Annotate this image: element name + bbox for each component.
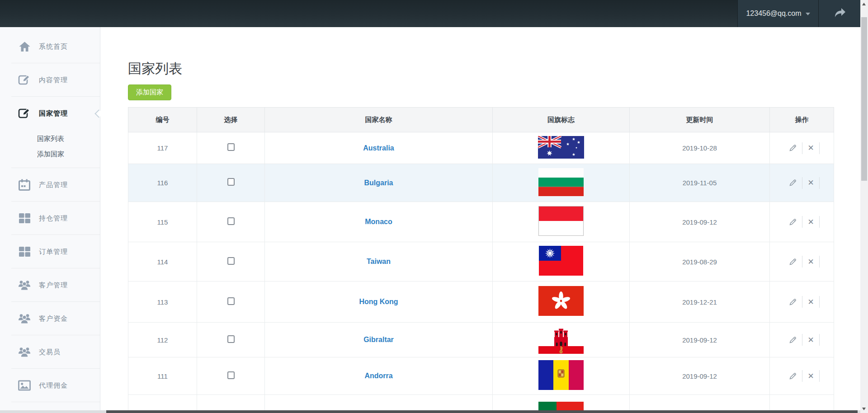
users-icon — [18, 346, 31, 358]
users-icon — [18, 279, 31, 291]
edit-pencil-icon[interactable] — [784, 216, 802, 228]
row-checkbox[interactable] — [227, 178, 235, 186]
table-header-row: 编号选择国家名称国旗标志更新时间操作 — [128, 108, 834, 132]
update-date: 2019-11-05 — [630, 164, 770, 202]
update-date: 2019-10-28 — [630, 132, 770, 164]
sidebar-item-3[interactable]: 国家管理 — [0, 97, 100, 130]
sidebar-item-label: 产品管理 — [39, 181, 68, 189]
hong-kong-flag — [538, 286, 584, 316]
update-date: 2019-12-21 — [630, 282, 770, 323]
grid-icon — [18, 245, 31, 258]
submenu-item[interactable]: 添加国家 — [0, 146, 100, 162]
sidebar-item-4[interactable]: 产品管理 — [0, 168, 100, 202]
country-id: 112 — [128, 323, 197, 357]
delete-x-icon[interactable]: ✕ — [802, 256, 819, 268]
sidebar-item-label: 持仓管理 — [39, 214, 68, 223]
update-date: 2019-08-29 — [630, 242, 770, 282]
sidebar-item-10[interactable]: 代理佣金 — [0, 369, 100, 402]
sidebar-item-1[interactable]: 系统首页 — [0, 30, 100, 63]
delete-x-icon[interactable]: ✕ — [802, 296, 819, 308]
logout-button[interactable] — [818, 0, 860, 27]
user-menu[interactable]: 123456@qq.com — [737, 0, 818, 27]
update-date: 2019-09-12 — [630, 357, 770, 395]
row-checkbox[interactable] — [227, 297, 235, 305]
edit-pencil-icon[interactable] — [784, 177, 802, 189]
sidebar-item-label: 客户管理 — [39, 281, 68, 290]
country-name-link[interactable]: Taiwan — [367, 258, 391, 265]
calendar-icon — [18, 178, 31, 191]
delete-x-icon[interactable]: ✕ — [802, 334, 819, 346]
sidebar-item-7[interactable]: 客户管理 — [0, 268, 100, 302]
sidebar-item-label: 国家管理 — [39, 109, 68, 118]
table-row: 117Australia 2019-10-28✕ — [128, 132, 834, 164]
country-id: 114 — [128, 242, 197, 282]
country-name-link[interactable]: Gibraltar — [363, 336, 394, 343]
scroll-down-arrow-icon[interactable] — [862, 408, 866, 410]
submenu-item[interactable]: 国家列表 — [0, 131, 100, 146]
sidebar-item-label: 订单管理 — [39, 248, 68, 256]
delete-x-icon[interactable]: ✕ — [802, 177, 819, 189]
table-row: 112Gibraltar 2019-09-12✕ — [128, 323, 834, 357]
sidebar-submenu: 国家列表添加国家 — [0, 130, 100, 168]
country-name-link[interactable]: Australia — [363, 144, 394, 152]
edit-icon — [18, 74, 31, 86]
add-country-button[interactable]: 添加国家 — [128, 84, 171, 100]
edit-pencil-icon[interactable] — [784, 256, 802, 268]
edit-pencil-icon[interactable] — [784, 296, 802, 308]
delete-x-icon[interactable]: ✕ — [802, 142, 819, 154]
country-name-link[interactable]: Andorra — [364, 372, 392, 380]
row-checkbox[interactable] — [227, 335, 235, 343]
edit-pencil-icon[interactable] — [784, 142, 802, 154]
horizontal-scrollbar-thumb[interactable] — [106, 410, 858, 413]
sidebar-item-9[interactable]: 交易员 — [0, 335, 100, 369]
sidebar-item-6[interactable]: 订单管理 — [0, 235, 100, 268]
country-name-link[interactable]: Hong Kong — [359, 298, 398, 305]
sidebar-item-2[interactable]: 内容管理 — [0, 63, 100, 97]
user-email: 123456@qq.com — [746, 9, 801, 18]
page-title: 国家列表 — [128, 60, 860, 78]
delete-x-icon[interactable]: ✕ — [802, 370, 819, 382]
image-icon — [18, 379, 31, 392]
gibraltar-flag — [538, 324, 584, 354]
country-id: 116 — [128, 164, 197, 202]
column-header: 国旗标志 — [493, 108, 630, 132]
vertical-scrollbar-thumb[interactable] — [861, 17, 867, 181]
vertical-scrollbar[interactable] — [860, 0, 868, 413]
sidebar-item-label: 客户资金 — [39, 314, 68, 323]
sidebar-item-label: 内容管理 — [39, 76, 68, 84]
country-name-link[interactable]: Bulgaria — [364, 179, 393, 187]
main-content: 国家列表 添加国家 编号选择国家名称国旗标志更新时间操作 117Australi… — [101, 27, 860, 413]
table-row: 111Andorra 2019-09-12✕ — [128, 357, 834, 395]
row-checkbox[interactable] — [227, 217, 235, 225]
row-checkbox[interactable] — [227, 143, 235, 151]
scroll-up-arrow-icon[interactable] — [862, 3, 866, 5]
home-icon — [18, 40, 31, 53]
row-checkbox[interactable] — [227, 257, 235, 265]
country-name-link[interactable]: Monaco — [365, 218, 392, 225]
australia-flag — [538, 136, 584, 159]
sidebar-item-label: 代理佣金 — [39, 381, 68, 390]
table-row: 115Monaco2019-09-12✕ — [128, 202, 834, 242]
delete-x-icon[interactable]: ✕ — [802, 216, 819, 228]
monaco-flag — [538, 206, 584, 236]
column-header: 国家名称 — [265, 108, 493, 132]
taiwan-flag — [539, 246, 583, 276]
grid-icon — [18, 212, 31, 225]
edit-pencil-icon[interactable] — [784, 334, 802, 346]
bulgaria-flag — [538, 168, 584, 196]
sidebar-item-label: 交易员 — [39, 348, 61, 357]
sidebar-item-label: 系统首页 — [39, 42, 68, 51]
sidebar-item-8[interactable]: 客户资金 — [0, 302, 100, 335]
sidebar-item-5[interactable]: 持仓管理 — [0, 202, 100, 235]
row-checkbox[interactable] — [227, 371, 235, 379]
country-id: 115 — [128, 202, 197, 242]
country-table: 编号选择国家名称国旗标志更新时间操作 117Australia 2019-10-… — [128, 107, 834, 413]
edit-pencil-icon[interactable] — [784, 370, 802, 382]
sidebar: 系统首页内容管理国家管理国家列表添加国家产品管理持仓管理订单管理客户管理客户资金… — [0, 27, 100, 413]
horizontal-scrollbar[interactable] — [0, 410, 860, 413]
country-id: 113 — [128, 282, 197, 323]
column-header: 操作 — [770, 108, 834, 132]
country-id: 111 — [128, 357, 197, 395]
update-date: 2019-09-12 — [630, 323, 770, 357]
country-id: 117 — [128, 132, 197, 164]
